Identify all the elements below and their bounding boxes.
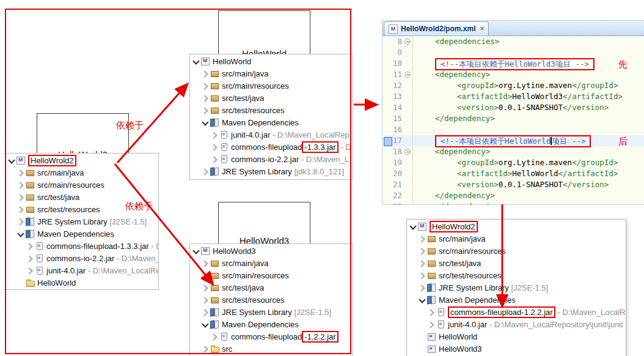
tree-item[interactable]: commons-fileupload-1.3.3.jar - D [190,141,353,153]
tree-item[interactable]: src/main/resources [407,245,626,257]
tree-item[interactable]: src/main/java [5,166,158,179]
chevron-collapsed-icon[interactable] [201,106,209,114]
tree-item[interactable]: Maven Dependencies [5,228,158,240]
chevron-collapsed-icon[interactable] [201,82,209,90]
chevron-collapsed-icon[interactable] [201,259,209,267]
tree-item[interactable]: HelloWorld [190,55,353,67]
tree-item[interactable]: junit-4.0.jar - D:\Maven_LocalRep [5,264,158,276]
close-icon[interactable]: × [480,24,484,33]
tree-item[interactable]: HelloWorld [407,330,626,343]
tree-item[interactable]: JRE System Library [J2SE-1.5] [5,215,158,228]
chevron-expanded-icon[interactable] [409,223,417,231]
tree-item[interactable]: commons-io-2.2.jar - D:\Maven_L [5,252,158,264]
editor-line[interactable]: 11<dependency> [385,69,644,80]
tree-item[interactable]: src/test/java [190,281,353,294]
editor-line[interactable]: 21<version>0.0.1-SNAPSHOT</version> [385,179,644,190]
editor-line[interactable]: 10<!--本项目依赖于HelloWorld3项目 -->先 [385,58,644,69]
editor-line[interactable]: 14<version>0.0.1-SNAPSHOT</version> [385,102,644,113]
fold-collapse-icon[interactable] [403,36,413,47]
tree-item[interactable]: HelloWorld3 [407,343,626,355]
chevron-collapsed-icon[interactable] [210,155,218,163]
tree-item[interactable]: JRE System Library [jdk1.8.0_121] [190,165,353,177]
tree-item[interactable]: src/main/resources [5,179,158,191]
editor-line[interactable]: 22</dependency> [385,190,644,201]
tree-item[interactable]: JRE System Library [J2SE-1.5] [407,281,626,294]
tree-item[interactable]: src/test/resources [407,269,626,281]
chevron-expanded-icon[interactable] [201,119,209,127]
chevron-expanded-icon[interactable] [16,230,24,238]
chevron-collapsed-icon[interactable] [201,94,209,102]
editor-line[interactable]: 23</dependencies> [385,201,644,205]
chevron-collapsed-icon[interactable] [418,235,426,243]
chevron-collapsed-icon[interactable] [427,321,435,328]
chevron-collapsed-icon[interactable] [201,284,209,292]
tree-item[interactable]: src/main/java [407,232,626,245]
tree-item[interactable]: src/main/java [190,257,353,269]
tree-item[interactable]: src/test/resources [190,294,353,306]
chevron-collapsed-icon[interactable] [16,218,24,226]
tree-item[interactable]: src/test/resources [190,104,353,116]
tree-item[interactable]: HelloWrold2 [407,220,626,232]
tree-item[interactable]: commons-io-2.2.jar - D:\Maven_L [190,153,353,165]
chevron-collapsed-icon[interactable] [418,259,426,267]
tree-item[interactable]: src/test/java [407,257,626,269]
chevron-collapsed-icon[interactable] [201,345,209,353]
tab-pom-xml[interactable]: M HelloWrold2/pom.xml × [384,21,489,35]
tree-item[interactable]: HelloWorld [5,276,158,289]
tree-item[interactable]: commons-fileupload-1.2.2.jar [190,330,353,343]
chevron-collapsed-icon[interactable] [16,193,24,201]
editor-line[interactable]: 13<artifactId>HelloWorld3</artifactId> [385,91,644,102]
fold-collapse-icon[interactable] [403,69,413,80]
fold-collapse-icon[interactable] [403,146,413,157]
chevron-expanded-icon[interactable] [7,157,15,165]
chevron-collapsed-icon[interactable] [210,131,218,139]
chevron-collapsed-icon[interactable] [210,333,218,341]
fold-gutter [403,80,413,91]
chevron-collapsed-icon[interactable] [201,70,209,78]
tree-item[interactable]: src/main/java [190,67,353,80]
tree-item[interactable]: HelloWrold2 [5,154,158,166]
chevron-collapsed-icon[interactable] [16,181,24,189]
tree-item[interactable]: src/main/resources [190,80,353,92]
chevron-collapsed-icon[interactable] [26,267,34,275]
code-area[interactable]: 8<dependencies>910<!--本项目依赖于HelloWorld3项… [382,36,644,205]
chevron-collapsed-icon[interactable] [210,143,218,151]
editor-line[interactable]: 9 [385,47,644,58]
chevron-collapsed-icon[interactable] [201,296,209,304]
chevron-collapsed-icon[interactable] [26,254,34,262]
chevron-expanded-icon[interactable] [192,247,200,255]
tree-item[interactable]: Maven Dependencies [190,116,353,128]
tree-item[interactable]: Maven Dependencies [407,294,626,306]
tree-item[interactable]: Maven Dependencies [190,318,353,330]
tree-item[interactable]: junit-4.0.jar - D:\Maven_LocalRep [190,128,353,141]
tree-item[interactable]: commons-fileupload-1.3.3.jar - D [5,240,158,252]
editor-line[interactable]: 18<dependency> [385,146,644,157]
chevron-collapsed-icon[interactable] [427,308,435,316]
chevron-collapsed-icon[interactable] [201,168,209,176]
chevron-expanded-icon[interactable] [418,296,426,304]
chevron-collapsed-icon[interactable] [16,169,24,177]
tree-item[interactable]: src/main/resources [190,269,353,281]
tree-item[interactable]: src [190,343,353,355]
tree-item[interactable]: HelloWorld3 [190,245,353,257]
chevron-collapsed-icon[interactable] [16,206,24,213]
chevron-collapsed-icon[interactable] [418,272,426,280]
editor-line[interactable]: 17<!--本项目依赖于HelloWorld项目 -->后 [385,135,644,146]
editor-line[interactable]: 12<groupId>org.Lytine.maven</groupId> [385,80,644,91]
chevron-collapsed-icon[interactable] [201,308,209,316]
chevron-expanded-icon[interactable] [192,57,200,65]
chevron-collapsed-icon[interactable] [418,247,426,255]
editor-line[interactable]: 16 [385,124,644,135]
tree-item[interactable]: commons-fileupload-1.2.2.jar - D:\Maven_… [407,306,626,318]
editor-line[interactable]: 20<artifactId>HelloWorld</artifactId> [385,168,644,179]
chevron-collapsed-icon[interactable] [418,284,426,292]
tree-item[interactable]: junit-4.0.jar - D:\Maven_LocalRepository… [407,318,626,330]
editor-line[interactable]: 19<groupId>org.Lytine.maven</groupId> [385,157,644,168]
chevron-collapsed-icon[interactable] [201,272,209,280]
chevron-expanded-icon[interactable] [201,321,209,328]
tree-item[interactable]: src/test/java [190,92,353,104]
chevron-collapsed-icon[interactable] [26,242,34,250]
editor-line[interactable]: 8<dependencies> [385,36,644,47]
editor-line[interactable]: 15</dependency> [385,113,644,124]
tree-item[interactable]: JRE System Library [J2SE-1.5] [190,306,353,318]
